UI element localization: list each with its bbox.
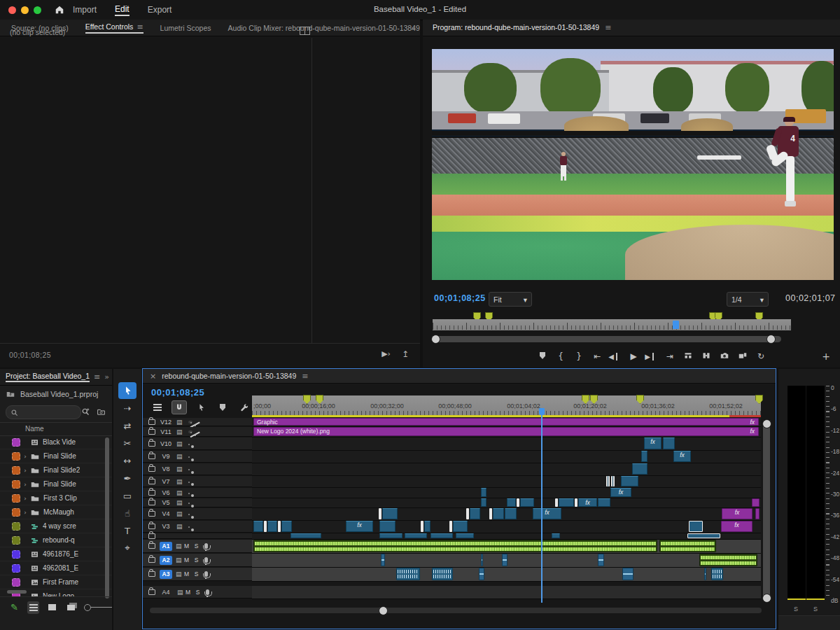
lock-icon[interactable] [148,511,155,517]
track-lane-V3[interactable]: fxfx [252,521,761,533]
timeline-clip[interactable]: fx [722,508,752,519]
project-breadcrumb[interactable]: Baseball Video_1.prproj [6,390,98,398]
source-patch-icon[interactable]: ▤ [176,465,183,472]
track-header-V12[interactable]: V12▤ [143,418,252,426]
track-lane-V5[interactable]: fx [252,498,761,508]
mute-button[interactable]: M [182,556,192,564]
chevron-right-icon[interactable]: › [20,509,30,516]
step-forward-button[interactable]: ▶ [643,353,654,360]
lock-icon[interactable] [148,479,155,484]
timeline-clip[interactable] [456,533,474,538]
sequence-tab[interactable]: rebound-qube-main-version-01-50-13849 [162,372,296,380]
through-edit-mark[interactable] [278,521,281,532]
timeline-clip[interactable] [622,568,634,580]
track-lane-A2[interactable] [252,554,761,568]
chevron-right-icon[interactable]: › [20,481,30,488]
timeline-clip[interactable] [379,521,396,532]
solo-right-label[interactable]: S [813,606,818,612]
timeline-clip[interactable] [396,568,420,580]
project-hscrollbar[interactable] [7,590,27,594]
through-edit-mark[interactable] [489,508,492,519]
chevron-right-icon[interactable]: › [20,453,30,460]
track-lane-A1[interactable] [252,540,761,554]
timeline-clip[interactable] [659,540,716,552]
timeline-clip[interactable] [382,508,398,519]
lift-button[interactable] [679,351,697,362]
lock-icon[interactable] [148,543,155,549]
timeline-clip[interactable] [687,533,720,538]
timeline-clip[interactable] [502,554,507,566]
icon-view-button[interactable] [46,601,58,614]
timeline-clip[interactable]: fx [533,508,561,519]
timeline-clip[interactable] [689,521,703,532]
track-header-V7[interactable]: V7▤ [143,476,252,487]
export-icon[interactable]: ↥ [402,349,409,359]
solo-left-label[interactable]: S [794,606,798,612]
zoom-slider[interactable] [84,604,112,611]
timeline-clip[interactable]: fx [673,451,691,462]
mute-button[interactable]: M [182,542,192,550]
play-around-button[interactable]: ▶︎› [382,349,391,358]
project-item-row[interactable]: ›Final Slide2 [0,463,112,477]
timeline-clip[interactable] [381,554,385,566]
comparison-view-button[interactable] [734,351,752,362]
lock-icon[interactable] [148,419,155,425]
timeline-clip[interactable]: Graphicfx [253,418,759,426]
zoom-slider[interactable] [84,601,112,614]
timeline-clip[interactable] [752,498,760,507]
track-lane-collapsed[interactable] [252,533,761,540]
source-patch-icon[interactable]: ▤ [176,510,183,517]
project-item-row[interactable]: 4 way scre [0,519,112,533]
project-item-row[interactable]: ›First 3 Clip [0,491,112,505]
through-edit-mark[interactable] [575,498,578,507]
track-lane-V8[interactable] [252,463,761,476]
project-item-row[interactable]: First Frame [0,575,112,589]
nest-toggle[interactable] [150,400,165,414]
source-patch-icon[interactable]: ▤ [176,542,182,550]
zoom-knob[interactable] [84,604,91,611]
through-edit-mark[interactable] [466,508,469,519]
track-lane-A3[interactable] [252,568,761,582]
timeline-playhead-head[interactable] [539,408,545,415]
export-frame-button[interactable] [715,351,734,362]
mark-in-button[interactable]: { [552,351,570,361]
linked-selection-toggle[interactable] [193,400,209,414]
timeline-clip[interactable] [711,568,723,580]
vscroll-knob-top[interactable] [762,419,771,428]
timeline-horizontal-scrollbar[interactable] [150,608,762,613]
timeline-clip[interactable] [470,508,480,519]
track-header-V5[interactable]: V5▤ [143,498,252,507]
scrollbar-knob-left[interactable] [431,335,440,344]
toggle-track-output[interactable] [188,430,192,433]
program-playhead[interactable] [673,321,679,329]
overflow-chevrons[interactable]: » [411,24,416,33]
timeline-clip[interactable] [453,521,468,532]
solo-button[interactable]: S [192,542,202,550]
chevron-right-icon[interactable]: › [20,495,30,502]
label-color-chip[interactable] [12,480,20,489]
mute-button[interactable]: M [183,589,193,596]
chevron-right-icon[interactable]: › [20,467,30,474]
track-target-A3[interactable]: A3 [160,570,172,579]
add-marker-button[interactable] [215,400,230,414]
snap-toggle[interactable] [172,400,187,414]
razor-tool[interactable]: ✂ [118,435,136,451]
left-tab-2[interactable]: Lumetri Scopes [160,24,211,32]
timeline-clip[interactable] [632,463,648,475]
button-editor-plus[interactable]: + [822,351,830,362]
ripple-edit-tool[interactable]: ⇄ [118,417,136,434]
timeline-clip[interactable] [704,568,706,580]
playback-resolution-dropdown[interactable]: 1/4▾ [727,292,769,307]
panel-menu-icon[interactable]: ≡ [302,372,308,381]
track-header-A4[interactable]: A4▤MS [143,586,252,598]
project-item-row[interactable]: 4961876_E [0,547,112,561]
lock-icon[interactable] [148,533,155,539]
lock-icon[interactable] [148,466,155,472]
timeline-clip[interactable] [641,451,648,462]
toggle-track-output[interactable] [188,421,192,424]
lock-icon[interactable] [148,441,155,447]
play-button[interactable]: ▶ [624,351,643,361]
track-target-A1[interactable]: A1 [160,542,172,551]
through-edit-mark[interactable] [421,521,424,532]
timeline-clip[interactable] [481,554,483,566]
